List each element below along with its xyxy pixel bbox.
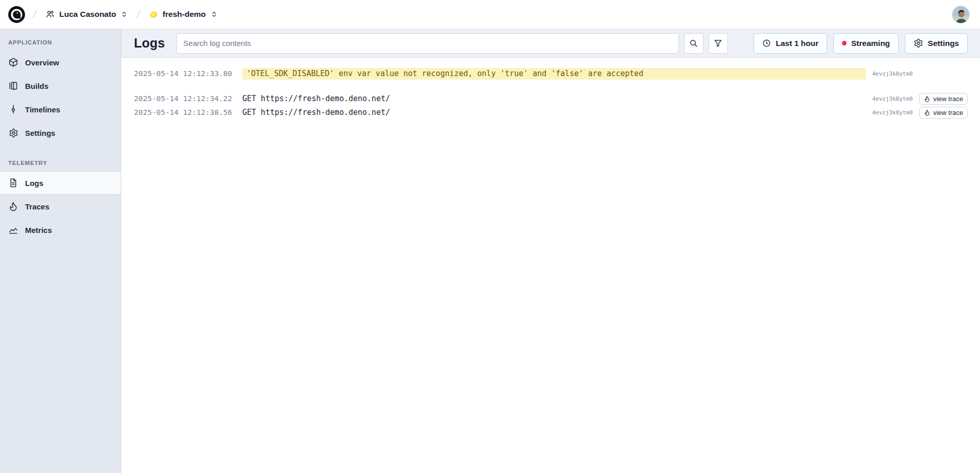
chart-icon	[8, 225, 18, 235]
log-message: GET https://fresh-demo.deno.net/	[242, 108, 866, 117]
users-icon	[45, 10, 55, 19]
sidebar-item-label: Logs	[25, 179, 43, 187]
flame-icon	[924, 96, 930, 102]
log-row[interactable]: 2025-05-14 12:12:38.56GET https://fresh-…	[134, 106, 968, 119]
project-name: fresh-demo	[163, 10, 206, 19]
deno-logo-icon[interactable]	[8, 6, 25, 23]
sidebar-item-builds[interactable]: Builds	[0, 74, 121, 98]
sidebar: APPLICATIONOverviewBuildsTimelinesSettin…	[0, 29, 121, 473]
log-timestamp: 2025-05-14 12:12:33.80	[134, 69, 242, 78]
org-name: Luca Casonato	[59, 10, 116, 19]
log-settings-label: Settings	[928, 39, 959, 48]
toolbar-actions: Last 1 hour Streaming Settings	[733, 33, 968, 54]
sidebar-item-settings[interactable]: Settings	[0, 121, 121, 145]
funnel-icon	[714, 39, 722, 48]
sidebar-item-label: Timelines	[25, 105, 60, 114]
sidebar-item-label: Overview	[25, 58, 59, 67]
fresh-lemon-icon	[149, 10, 158, 19]
sidebar-item-label: Traces	[25, 202, 50, 211]
log-row[interactable]: 2025-05-14 12:12:33.80'OTEL_SDK_DISABLED…	[134, 67, 968, 80]
view-trace-button[interactable]: view trace	[919, 107, 968, 119]
sidebar-item-overview[interactable]: Overview	[0, 51, 121, 74]
clock-icon	[762, 39, 771, 48]
main-content: Logs Last 1 hour Streaming Setti	[121, 29, 980, 473]
gear-icon	[8, 128, 18, 138]
org-switcher[interactable]: Luca Casonato	[44, 8, 129, 21]
log-list: 2025-05-14 12:12:33.80'OTEL_SDK_DISABLED…	[121, 58, 980, 473]
sidebar-item-traces[interactable]: Traces	[0, 195, 121, 218]
sidebar-section-label: TELEMETRY	[0, 145, 121, 171]
chevron-up-down-icon	[121, 11, 128, 18]
search-button[interactable]	[684, 33, 703, 54]
streaming-dot-icon	[842, 41, 847, 45]
top-nav: Luca Casonato fresh-demo	[0, 0, 980, 29]
gear-icon	[914, 38, 923, 48]
view-trace-label: view trace	[933, 95, 963, 103]
sidebar-item-label: Metrics	[25, 226, 52, 234]
sidebar-item-label: Builds	[25, 82, 49, 90]
log-message: 'OTEL_SDK_DISABLED' env var value not re…	[242, 68, 866, 80]
view-trace-button[interactable]: view trace	[919, 93, 968, 105]
user-avatar[interactable]	[952, 6, 970, 23]
log-message: GET https://fresh-demo.deno.net/	[242, 94, 866, 103]
log-timestamp: 2025-05-14 12:12:34.22	[134, 94, 242, 103]
log-timestamp: 2025-05-14 12:12:38.56	[134, 108, 242, 116]
builds-icon	[8, 81, 18, 91]
flame-icon	[8, 201, 18, 211]
sidebar-section-label: APPLICATION	[0, 29, 121, 51]
streaming-button[interactable]: Streaming	[833, 33, 899, 54]
document-icon	[8, 178, 18, 188]
log-trace-id: 4evzj3k8ytm0	[872, 96, 913, 102]
breadcrumb-separator	[31, 9, 38, 20]
project-switcher[interactable]: fresh-demo	[148, 8, 218, 21]
breadcrumb-separator	[135, 9, 142, 20]
filter-button[interactable]	[709, 33, 728, 54]
log-row[interactable]: 2025-05-14 12:12:34.22GET https://fresh-…	[134, 92, 968, 105]
sidebar-item-timelines[interactable]: Timelines	[0, 98, 121, 121]
chevron-up-down-icon	[211, 11, 218, 18]
flame-icon	[924, 109, 930, 116]
log-trace-id: 4evzj3k8ytm0	[872, 70, 913, 77]
log-settings-button[interactable]: Settings	[905, 33, 968, 54]
time-range-button[interactable]: Last 1 hour	[754, 33, 827, 54]
time-range-label: Last 1 hour	[776, 39, 818, 48]
cube-icon	[8, 57, 18, 67]
search-icon	[689, 39, 698, 48]
sidebar-item-label: Settings	[25, 129, 55, 137]
search-input[interactable]	[176, 33, 679, 54]
sidebar-item-metrics[interactable]: Metrics	[0, 218, 121, 242]
page-title: Logs	[134, 36, 165, 51]
trace-slot: view trace	[917, 107, 968, 119]
trace-slot: view trace	[917, 93, 968, 105]
logs-toolbar: Logs Last 1 hour Streaming Setti	[121, 29, 980, 58]
sidebar-item-logs[interactable]: Logs	[0, 171, 121, 195]
log-trace-id: 4evzj3k8ytm0	[872, 109, 913, 116]
timeline-icon	[8, 104, 18, 114]
streaming-label: Streaming	[851, 39, 890, 48]
view-trace-label: view trace	[933, 109, 963, 116]
